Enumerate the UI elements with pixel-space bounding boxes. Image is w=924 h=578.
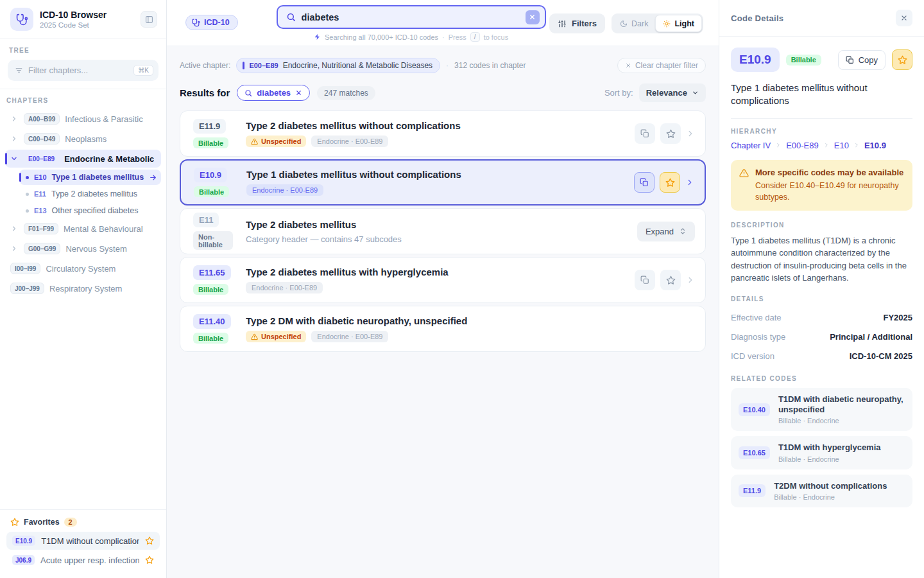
breadcrumb-link[interactable]: E00-E89 [786, 141, 819, 150]
sidebar-item-nervous[interactable]: G00–G99 Nervous System [5, 240, 161, 258]
stethoscope-icon [192, 19, 200, 27]
related-code-e1065[interactable]: E10.65 T1DM with hyperglycemia Billable … [731, 436, 912, 469]
close-icon[interactable] [295, 89, 302, 96]
bullet-icon [26, 193, 29, 196]
theme-dark-button[interactable]: Dark [613, 15, 655, 32]
stethoscope-icon [16, 13, 28, 26]
favorite-label: Acute upper resp. infection [40, 556, 139, 565]
chapter-tag: Endocrine · E00-E89 [311, 136, 388, 147]
match-count-badge: 247 matches [317, 86, 375, 100]
related-code-e1040[interactable]: E10.40 T1DM with diabetic neuropathy, un… [731, 388, 912, 432]
chapter-code: J00–J99 [10, 283, 44, 294]
close-icon [529, 13, 536, 21]
sidebar-item-neoplasms[interactable]: C00–D49 Neoplasms [5, 130, 161, 148]
theme-toggle: Dark Light [612, 13, 703, 33]
app-title: ICD-10 Browser [40, 10, 107, 20]
arrow-right-icon [149, 173, 157, 182]
detail-row: Effective date FY2025 [731, 308, 912, 328]
chapter-code: F01–F99 [24, 223, 58, 234]
chapter-tag: Endocrine · E00-E89 [311, 331, 388, 342]
result-card-e109[interactable]: E10.9 Billable Type 1 diabetes mellitus … [180, 159, 706, 206]
favorite-button[interactable] [660, 270, 681, 290]
filters-button[interactable]: Filters [549, 13, 605, 33]
search-input[interactable] [302, 12, 520, 22]
unspecified-tag: Unspecified [246, 136, 306, 147]
star-icon [10, 518, 19, 527]
sidebar-item-e11[interactable]: E11 Type 2 diabetes mellitus [19, 186, 161, 202]
copy-button[interactable] [635, 270, 655, 290]
copy-code-button[interactable]: Copy [838, 50, 886, 70]
codes-in-chapter: 312 codes in chapter [454, 61, 526, 70]
panel-close-button[interactable] [896, 10, 912, 26]
result-code: E11.40 [193, 314, 231, 329]
theme-light-button[interactable]: Light [655, 15, 702, 32]
sidebar-collapse-button[interactable] [141, 11, 157, 28]
filter-chapters-input[interactable] [28, 66, 128, 75]
favorite-button[interactable] [660, 123, 681, 144]
result-title: Type 2 diabetes mellitus with hyperglyce… [246, 267, 622, 277]
result-card-e1165[interactable]: E11.65 Billable Type 2 diabetes mellitus… [180, 257, 706, 303]
favorite-item-j069[interactable]: J06.9 Acute upper resp. infection [6, 551, 160, 569]
subchapter-code: E10 [34, 173, 47, 181]
star-icon[interactable] [145, 536, 154, 545]
favorite-button[interactable] [660, 172, 680, 193]
search-icon [244, 89, 252, 97]
close-icon [625, 62, 631, 69]
billable-badge: Billable [193, 333, 228, 344]
warning-triangle-icon [251, 333, 258, 340]
query-chip[interactable]: diabetes [237, 85, 310, 101]
result-card-e11[interactable]: E11 Non-billable Type 2 diabetes mellitu… [180, 208, 706, 254]
tree-section: TREE ⌘K [0, 39, 166, 89]
chevron-right-icon[interactable] [685, 178, 694, 187]
chapter-code: I00–I99 [10, 263, 40, 274]
search-bar[interactable] [277, 5, 546, 29]
chevron-right-icon[interactable] [686, 129, 695, 138]
description-label: DESCRIPTION [731, 222, 912, 229]
result-card-e1140[interactable]: E11.40 Billable Type 2 DM with diabetic … [180, 306, 706, 352]
topbar: ICD-10 Searching all 70,000+ ICD-10 code… [167, 0, 719, 46]
sidebar-item-endocrine[interactable]: E00–E89 Endocrine & Metabolic [5, 150, 161, 168]
sidebar-item-respiratory[interactable]: J00–J99 Respiratory System [5, 279, 161, 297]
sort-dropdown[interactable]: Relevance [639, 83, 706, 102]
warning-triangle-icon [251, 138, 258, 145]
related-code-e119[interactable]: E11.9 T2DM without complications Billabl… [731, 475, 912, 507]
copy-button[interactable] [634, 172, 654, 193]
results-header-row: Results for diabetes 247 matches Sort by… [180, 83, 706, 102]
chapter-label: Infectious & Parasitic [65, 114, 142, 124]
sidebar-item-e10[interactable]: E10 Type 1 diabetes mellitus [19, 170, 161, 185]
active-chapter-pill[interactable]: E00–E89 Endocrine, Nutritional & Metabol… [236, 58, 440, 73]
filter-chapters-input-wrap[interactable]: ⌘K [8, 60, 158, 81]
favorites-label: Favorites [24, 518, 60, 527]
favorite-item-e109[interactable]: E10.9 T1DM without complications [6, 532, 160, 550]
sidebar-item-mental[interactable]: F01–F99 Mental & Behavioural [5, 220, 161, 238]
favorites-section: Favorites 2 E10.9 T1DM without complicat… [0, 509, 166, 578]
billable-badge: Billable [193, 284, 228, 295]
sidebar-item-e13[interactable]: E13 Other specified diabetes [19, 203, 161, 218]
chapter-label: Respiratory System [49, 284, 122, 293]
favorite-toggle-button[interactable] [892, 49, 912, 70]
specificity-warning: More specific codes may be available Con… [731, 160, 912, 211]
result-card-e119[interactable]: E11.9 Billable Type 2 diabetes mellitus … [180, 110, 706, 157]
code-system-badge[interactable]: ICD-10 [185, 15, 238, 30]
expand-button[interactable]: Expand [637, 222, 695, 241]
unfold-icon [679, 227, 687, 235]
breadcrumb-link[interactable]: E10 [834, 141, 849, 150]
search-clear-button[interactable] [526, 10, 540, 24]
sidebar-header: ICD-10 Browser 2025 Code Set [0, 0, 166, 39]
sun-icon [663, 20, 671, 28]
star-icon[interactable] [145, 556, 154, 565]
clear-chapter-filter-button[interactable]: Clear chapter filter [617, 58, 706, 73]
sidebar-item-circulatory[interactable]: I00–I99 Circulatory System [5, 259, 161, 277]
chapter-label: Mental & Behavioural [64, 224, 143, 234]
chevron-right-icon[interactable] [686, 276, 695, 285]
chevron-right-icon [775, 142, 782, 148]
copy-button[interactable] [635, 123, 655, 144]
sort-by-label: Sort by: [604, 88, 633, 98]
search-hint: Searching all 70,000+ ICD-10 codes · Pre… [314, 32, 508, 42]
breadcrumb-link[interactable]: Chapter IV [731, 141, 771, 150]
sidebar-item-infectious[interactable]: A00–B99 Infectious & Parasitic [5, 110, 161, 128]
star-icon [666, 129, 676, 139]
bullet-icon [26, 176, 29, 179]
chapter-code: A00–B99 [24, 113, 60, 125]
divider [731, 118, 912, 119]
